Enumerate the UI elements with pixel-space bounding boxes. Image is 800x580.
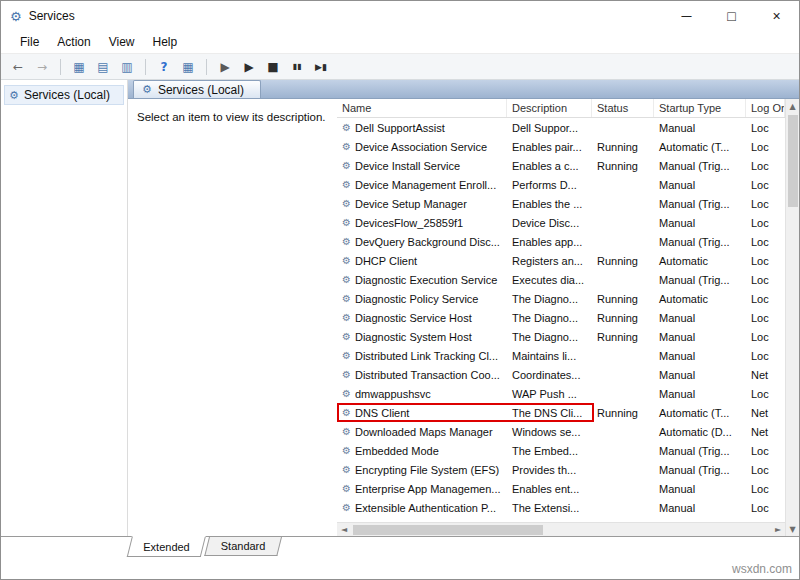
vertical-scrollbar[interactable]: ▲ ▼: [785, 99, 799, 536]
toolbar-separator: [206, 59, 207, 75]
service-description: Enables app...: [507, 236, 592, 248]
service-description: WAP Push ...: [507, 388, 592, 400]
service-gear-icon: ⚙: [342, 198, 351, 209]
help-icon[interactable]: ?: [153, 56, 175, 77]
service-description: The Diagno...: [507, 293, 592, 305]
start-service-icon[interactable]: ▶: [214, 56, 236, 77]
service-row[interactable]: ⚙DHCP ClientRegisters an...RunningAutoma…: [337, 251, 785, 270]
scroll-down-icon[interactable]: ▼: [789, 522, 795, 536]
service-log-on-as: Loc: [746, 293, 785, 305]
main-pane: ⚙ Services (Local) Select an item to vie…: [128, 80, 799, 536]
service-row[interactable]: ⚙Diagnostic System HostThe Diagno...Runn…: [337, 327, 785, 346]
close-button[interactable]: ×: [754, 1, 799, 31]
scroll-left-icon[interactable]: ◄: [337, 525, 351, 534]
service-row[interactable]: ⚙Diagnostic Execution ServiceExecutes di…: [337, 270, 785, 289]
menu-action[interactable]: Action: [48, 33, 99, 51]
service-startup-type: Manual (Trig...: [654, 236, 746, 248]
service-startup-type: Automatic (T...: [654, 407, 746, 419]
export-list-icon[interactable]: ▤: [92, 56, 114, 77]
column-header-startup-type[interactable]: Startup Type: [654, 99, 746, 117]
service-row[interactable]: ⚙Embedded ModeThe Embed...Manual (Trig..…: [337, 441, 785, 460]
stop-service-icon[interactable]: ■: [262, 56, 284, 77]
service-startup-type: Manual: [654, 350, 746, 362]
service-description: The Extensi...: [507, 502, 592, 514]
properties-icon[interactable]: ▥: [116, 56, 138, 77]
horizontal-scroll-thumb[interactable]: [353, 525, 543, 535]
service-row[interactable]: ⚙Diagnostic Service HostThe Diagno...Run…: [337, 308, 785, 327]
scroll-right-icon[interactable]: ►: [771, 525, 785, 534]
menu-help[interactable]: Help: [144, 33, 187, 51]
service-description: Enables a c...: [507, 160, 592, 172]
service-startup-type: Manual: [654, 483, 746, 495]
service-description: Dell Suppor...: [507, 122, 592, 134]
horizontal-scrollbar[interactable]: ◄ ►: [337, 522, 785, 536]
titlebar: ⚙ Services ─ □ ×: [1, 1, 799, 31]
service-row[interactable]: ⚙Device Install ServiceEnables a c...Run…: [337, 156, 785, 175]
service-status: Running: [592, 141, 654, 153]
resume-service-icon[interactable]: ▶: [238, 56, 260, 77]
menu-file[interactable]: File: [11, 33, 48, 51]
service-row[interactable]: ⚙DevicesFlow_25859f1Device Disc...Manual…: [337, 213, 785, 232]
service-list: ⚙Dell SupportAssistDell Suppor...ManualL…: [337, 118, 785, 522]
service-startup-type: Manual (Trig...: [654, 464, 746, 476]
service-startup-type: Automatic: [654, 293, 746, 305]
service-name: ⚙Downloaded Maps Manager: [337, 426, 507, 438]
service-gear-icon: ⚙: [342, 445, 351, 456]
pause-service-icon[interactable]: ▮▮: [286, 56, 308, 77]
service-list-wrap: NameDescriptionStatusStartup TypeLog On …: [337, 99, 785, 536]
sidebar-item-services-local[interactable]: ⚙ Services (Local): [4, 85, 124, 105]
description-panel: Select an item to view its description.: [128, 99, 337, 536]
service-row[interactable]: ⚙dmwappushsvcWAP Push ...ManualLoc: [337, 384, 785, 403]
service-name: ⚙Distributed Transaction Coo...: [337, 369, 507, 381]
service-row[interactable]: ⚙Extensible Authentication P...The Exten…: [337, 498, 785, 517]
service-startup-type: Automatic (D...: [654, 426, 746, 438]
service-startup-type: Manual: [654, 122, 746, 134]
service-gear-icon: ⚙: [342, 502, 351, 513]
service-row[interactable]: ⚙Encrypting File System (EFS)Provides th…: [337, 460, 785, 479]
column-header-name[interactable]: Name: [337, 99, 507, 117]
service-gear-icon: ⚙: [342, 369, 351, 380]
service-log-on-as: Loc: [746, 255, 785, 267]
service-row[interactable]: ⚙DNS ClientThe DNS Cli...RunningAutomati…: [337, 403, 785, 422]
minimize-button[interactable]: ─: [664, 1, 709, 31]
service-log-on-as: Net: [746, 369, 785, 381]
service-row[interactable]: ⚙Device Management Enroll...Performs D..…: [337, 175, 785, 194]
service-description: Executes dia...: [507, 274, 592, 286]
service-name: ⚙Distributed Link Tracking Cl...: [337, 350, 507, 362]
service-log-on-as: Loc: [746, 160, 785, 172]
maximize-button[interactable]: □: [709, 1, 754, 31]
column-header-status[interactable]: Status: [592, 99, 654, 117]
tab-standard[interactable]: Standard: [205, 537, 282, 556]
service-row[interactable]: ⚙Distributed Transaction Coo...Coordinat…: [337, 365, 785, 384]
column-headers: NameDescriptionStatusStartup TypeLog On …: [337, 99, 785, 118]
service-row[interactable]: ⚙Downloaded Maps ManagerWindows se...Aut…: [337, 422, 785, 441]
service-row[interactable]: ⚙Device Association ServiceEnables pair.…: [337, 137, 785, 156]
service-status: Running: [592, 407, 654, 419]
tab-extended[interactable]: Extended: [127, 536, 207, 557]
service-row[interactable]: ⚙Dell SupportAssistDell Suppor...ManualL…: [337, 118, 785, 137]
service-row[interactable]: ⚙Enterprise App Managemen...Enables ent.…: [337, 479, 785, 498]
scroll-up-icon[interactable]: ▲: [789, 99, 795, 113]
service-gear-icon: ⚙: [342, 426, 351, 437]
service-row[interactable]: ⚙Distributed Link Tracking Cl...Maintain…: [337, 346, 785, 365]
service-name: ⚙Encrypting File System (EFS): [337, 464, 507, 476]
service-gear-icon: ⚙: [342, 122, 351, 133]
service-name: ⚙Enterprise App Managemen...: [337, 483, 507, 495]
service-log-on-as: Net: [746, 426, 785, 438]
service-log-on-as: Loc: [746, 331, 785, 343]
show-console-tree-icon[interactable]: ▦: [68, 56, 90, 77]
forward-icon[interactable]: →: [31, 56, 53, 77]
column-header-description[interactable]: Description: [507, 99, 592, 117]
service-row[interactable]: ⚙Diagnostic Policy ServiceThe Diagno...R…: [337, 289, 785, 308]
column-header-log-on-as[interactable]: Log On As: [746, 99, 785, 117]
service-row[interactable]: ⚙DevQuery Background Disc...Enables app.…: [337, 232, 785, 251]
list-view-icon[interactable]: ▦: [177, 56, 199, 77]
restart-service-icon[interactable]: ▶▮: [310, 56, 332, 77]
menu-view[interactable]: View: [100, 33, 144, 51]
services-window: ⚙ Services ─ □ × FileActionViewHelp ←→▦▤…: [0, 0, 800, 580]
service-log-on-as: Loc: [746, 141, 785, 153]
service-row[interactable]: ⚙Device Setup ManagerEnables the ...Manu…: [337, 194, 785, 213]
vertical-scroll-thumb[interactable]: [788, 115, 798, 207]
service-name: ⚙dmwappushsvc: [337, 388, 507, 400]
back-icon[interactable]: ←: [7, 56, 29, 77]
